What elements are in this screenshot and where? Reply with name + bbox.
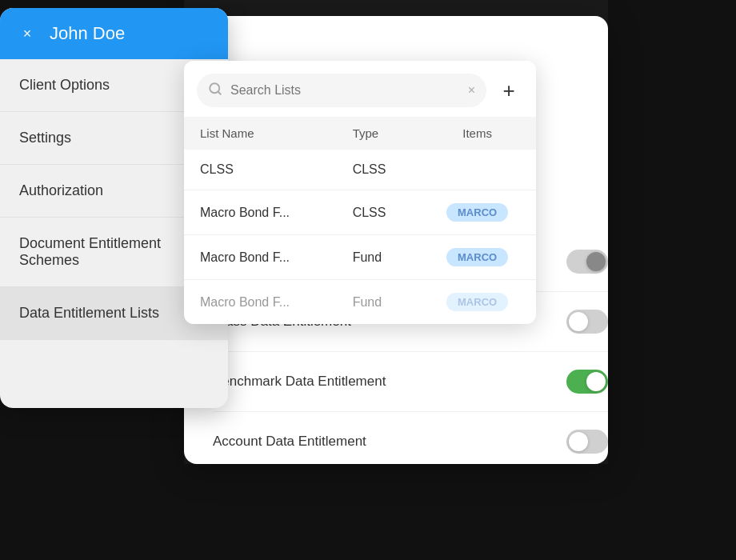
table-row[interactable]: Macro Bond F... Fund MARCO bbox=[184, 235, 536, 280]
row-items bbox=[418, 150, 536, 190]
row-type: CLSS bbox=[337, 150, 419, 190]
dropdown-panel: × + List Name Type Items CLSS CLSS Macro… bbox=[184, 61, 536, 324]
row-name: Macro Bond F... bbox=[184, 280, 337, 325]
search-bar: × + bbox=[184, 61, 536, 117]
search-icon bbox=[208, 82, 222, 99]
row-name: CLSS bbox=[184, 150, 337, 190]
row-items: MARCO bbox=[418, 235, 536, 280]
row-items: MARCO bbox=[418, 190, 536, 235]
row-items: MARCO bbox=[418, 280, 536, 325]
row-type: Fund bbox=[337, 280, 419, 325]
search-input[interactable] bbox=[230, 83, 460, 98]
toggle-macro-bond[interactable] bbox=[566, 250, 608, 274]
toggle-account[interactable] bbox=[566, 430, 608, 454]
list-table: List Name Type Items CLSS CLSS Macro Bon… bbox=[184, 117, 536, 324]
entitlement-row-account: Account Data Entitlement bbox=[213, 412, 608, 471]
col-items: Items bbox=[418, 117, 536, 150]
toggle-benchmark[interactable] bbox=[566, 370, 608, 394]
sidebar-header: × John Doe bbox=[0, 8, 228, 59]
search-input-wrapper: × bbox=[197, 74, 486, 107]
sidebar-title: John Doe bbox=[50, 23, 125, 44]
table-header-row: List Name Type Items bbox=[184, 117, 536, 150]
entitlement-label: Account Data Entitlement bbox=[213, 434, 366, 450]
col-type: Type bbox=[337, 117, 419, 150]
row-type: CLSS bbox=[337, 190, 419, 235]
search-clear-icon[interactable]: × bbox=[468, 83, 475, 98]
svg-line-1 bbox=[218, 91, 220, 94]
col-list-name: List Name bbox=[184, 117, 337, 150]
close-button[interactable]: × bbox=[16, 22, 38, 45]
item-badge: MARCO bbox=[446, 293, 508, 311]
add-list-button[interactable]: + bbox=[494, 76, 523, 105]
row-name: Macro Bond F... bbox=[184, 235, 337, 280]
entitlement-row-benchmark: Benchmark Data Entitlement bbox=[213, 352, 608, 412]
entitlement-label: Benchmark Data Entitlement bbox=[213, 374, 386, 390]
toggle-class-data[interactable] bbox=[566, 310, 608, 334]
item-badge: MARCO bbox=[446, 248, 508, 266]
table-row[interactable]: CLSS CLSS bbox=[184, 150, 536, 190]
table-row-partial[interactable]: Macro Bond F... Fund MARCO bbox=[184, 280, 536, 325]
row-type: Fund bbox=[337, 235, 419, 280]
row-name: Macro Bond F... bbox=[184, 190, 337, 235]
table-row[interactable]: Macro Bond F... CLSS MARCO bbox=[184, 190, 536, 235]
item-badge: MARCO bbox=[446, 203, 508, 222]
